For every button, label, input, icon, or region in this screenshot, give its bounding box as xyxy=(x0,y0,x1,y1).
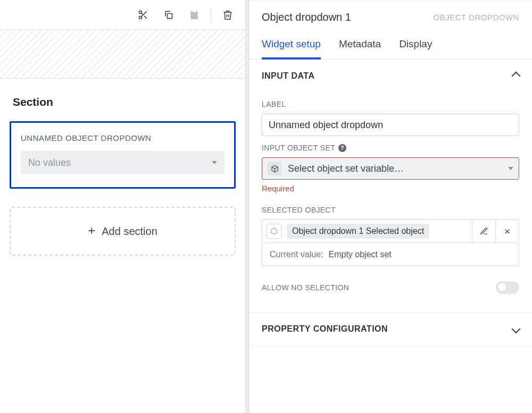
help-icon[interactable]: ? xyxy=(338,144,346,152)
clear-selected-button[interactable] xyxy=(495,220,519,242)
object-dropdown-widget[interactable]: UNNAMED OBJECT DROPDOWN No values xyxy=(10,121,236,189)
copy-button[interactable] xyxy=(156,3,181,27)
svg-line-4 xyxy=(142,13,143,14)
object-outline-icon xyxy=(267,224,281,239)
inspector-type: OBJECT DROPDOWN xyxy=(434,13,519,22)
selected-object-pill[interactable]: Object dropdown 1 Selected object xyxy=(262,220,472,242)
input-set-error: Required xyxy=(262,184,519,193)
chevron-down-icon xyxy=(512,325,521,334)
label-input[interactable] xyxy=(262,114,519,136)
pencil-icon xyxy=(480,227,488,235)
inspector-body: INPUT DATA LABEL INPUT OBJECT SET ? Se xyxy=(249,60,532,413)
edit-selected-button[interactable] xyxy=(472,220,495,242)
section-heading: Section xyxy=(13,96,232,108)
current-value-row: Current value: Empty object set xyxy=(262,243,519,266)
input-data-section: LABEL INPUT OBJECT SET ? Select object s… xyxy=(249,100,532,313)
input-set-field-label: INPUT OBJECT SET ? xyxy=(262,144,519,152)
toggle-knob xyxy=(497,282,507,292)
dropdown-placeholder: No values xyxy=(28,157,71,168)
object-icon xyxy=(268,162,281,175)
add-section-label: Add section xyxy=(102,225,157,238)
canvas-panel: Section UNNAMED OBJECT DROPDOWN No value… xyxy=(0,0,246,413)
input-object-set-select[interactable]: Select object set variable… xyxy=(262,157,519,180)
plus-icon: + xyxy=(88,224,95,237)
drop-zone[interactable] xyxy=(0,30,245,79)
input-set-placeholder: Select object set variable… xyxy=(288,163,502,174)
inspector-header: Object dropdown 1 OBJECT DROPDOWN xyxy=(249,1,532,29)
allow-no-selection-toggle[interactable] xyxy=(496,281,519,294)
trash-icon xyxy=(222,10,233,20)
add-section-button[interactable]: + Add section xyxy=(10,207,236,256)
selected-object-field-label: SELECTED OBJECT xyxy=(262,206,519,214)
allow-no-selection-label: ALLOW NO SELECTION xyxy=(262,283,349,292)
svg-line-3 xyxy=(144,15,147,18)
selected-object-row: Object dropdown 1 Selected object xyxy=(262,220,519,243)
inspector-tabs: Widget setup Metadata Display xyxy=(249,29,532,60)
tab-widget-setup[interactable]: Widget setup xyxy=(262,33,321,60)
label-field-label: LABEL xyxy=(262,100,519,108)
chevron-up-icon xyxy=(512,72,521,81)
property-config-heading: PROPERTY CONFIGURATION xyxy=(262,324,388,334)
clipboard-icon xyxy=(189,10,200,20)
input-data-heading: INPUT DATA xyxy=(262,71,315,81)
selected-object-value: Object dropdown 1 Selected object xyxy=(287,224,429,239)
input-set-label-text: INPUT OBJECT SET xyxy=(262,144,335,152)
allow-no-selection-row: ALLOW NO SELECTION xyxy=(262,281,519,294)
widget-label: UNNAMED OBJECT DROPDOWN xyxy=(21,133,225,142)
property-config-header[interactable]: PROPERTY CONFIGURATION xyxy=(249,313,532,346)
copy-icon xyxy=(163,10,174,20)
paste-button[interactable] xyxy=(182,3,206,27)
close-icon xyxy=(503,227,511,235)
current-value-text: Empty object set xyxy=(329,250,392,259)
current-value-label: Current value: xyxy=(270,250,323,259)
tab-display[interactable]: Display xyxy=(399,33,432,60)
canvas-area: Section UNNAMED OBJECT DROPDOWN No value… xyxy=(0,79,245,413)
canvas-toolbar xyxy=(0,0,245,30)
input-data-header[interactable]: INPUT DATA xyxy=(249,60,532,92)
svg-rect-5 xyxy=(168,13,172,18)
widget-dropdown[interactable]: No values xyxy=(21,151,225,174)
scissors-icon xyxy=(138,10,148,20)
caret-down-icon xyxy=(212,161,217,164)
svg-rect-6 xyxy=(193,10,196,12)
inspector-title: Object dropdown 1 xyxy=(262,11,351,23)
tab-metadata[interactable]: Metadata xyxy=(339,33,381,60)
cut-button[interactable] xyxy=(131,3,155,27)
toolbar-separator xyxy=(211,7,211,23)
caret-down-icon xyxy=(508,167,513,170)
delete-button[interactable] xyxy=(215,3,240,27)
inspector-panel: Object dropdown 1 OBJECT DROPDOWN Widget… xyxy=(249,0,532,413)
